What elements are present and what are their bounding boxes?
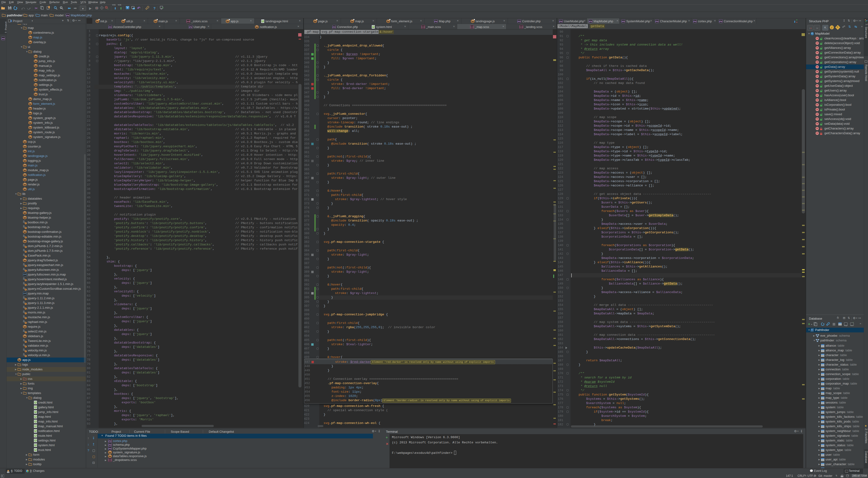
- svg-text:A: A: [60, 7, 61, 9]
